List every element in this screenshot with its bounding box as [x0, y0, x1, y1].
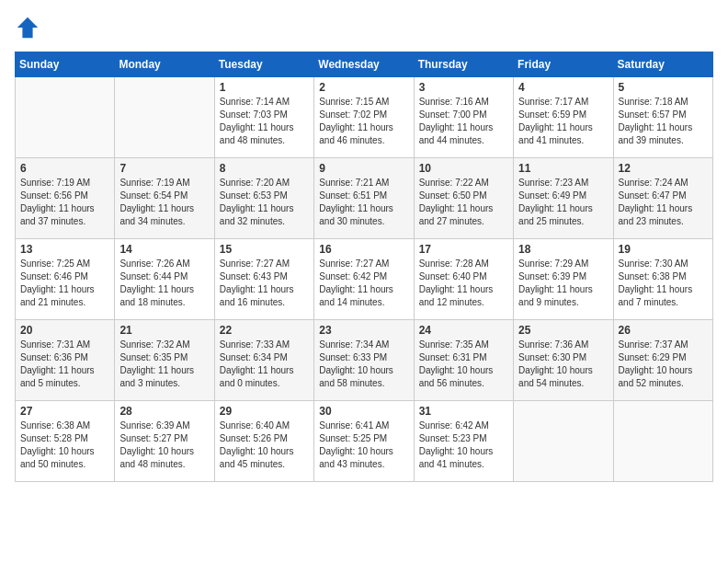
calendar-cell: 28Sunrise: 6:39 AM Sunset: 5:27 PM Dayli… — [115, 401, 214, 482]
day-info: Sunrise: 7:29 AM Sunset: 6:39 PM Dayligh… — [518, 258, 608, 309]
day-number: 30 — [319, 405, 408, 418]
day-number: 20 — [20, 324, 109, 337]
calendar-cell: 1Sunrise: 7:14 AM Sunset: 7:03 PM Daylig… — [214, 77, 313, 158]
week-row-2: 6Sunrise: 7:19 AM Sunset: 6:56 PM Daylig… — [16, 158, 713, 239]
calendar-cell: 22Sunrise: 7:33 AM Sunset: 6:34 PM Dayli… — [214, 320, 313, 401]
calendar-cell: 11Sunrise: 7:23 AM Sunset: 6:49 PM Dayli… — [514, 158, 613, 239]
calendar-cell: 7Sunrise: 7:19 AM Sunset: 6:54 PM Daylig… — [115, 158, 214, 239]
day-info: Sunrise: 7:36 AM Sunset: 6:30 PM Dayligh… — [518, 339, 608, 390]
calendar-cell: 8Sunrise: 7:20 AM Sunset: 6:53 PM Daylig… — [214, 158, 313, 239]
day-info: Sunrise: 7:17 AM Sunset: 6:59 PM Dayligh… — [518, 96, 608, 147]
calendar-cell: 12Sunrise: 7:24 AM Sunset: 6:47 PM Dayli… — [613, 158, 712, 239]
day-number: 31 — [419, 405, 508, 418]
day-number: 7 — [119, 162, 209, 175]
day-header-sunday: Sunday — [16, 52, 115, 77]
day-info: Sunrise: 7:20 AM Sunset: 6:53 PM Dayligh… — [220, 177, 309, 228]
calendar-header-row: SundayMondayTuesdayWednesdayThursdayFrid… — [16, 52, 713, 77]
day-number: 13 — [20, 243, 109, 256]
week-row-4: 20Sunrise: 7:31 AM Sunset: 6:36 PM Dayli… — [16, 320, 713, 401]
day-info: Sunrise: 7:37 AM Sunset: 6:29 PM Dayligh… — [619, 339, 708, 390]
calendar-cell: 18Sunrise: 7:29 AM Sunset: 6:39 PM Dayli… — [514, 239, 613, 320]
day-info: Sunrise: 6:38 AM Sunset: 5:28 PM Dayligh… — [20, 419, 109, 471]
logo — [15, 15, 44, 40]
calendar-cell: 3Sunrise: 7:16 AM Sunset: 7:00 PM Daylig… — [414, 77, 513, 158]
day-info: Sunrise: 6:40 AM Sunset: 5:26 PM Dayligh… — [220, 419, 309, 471]
calendar-cell: 13Sunrise: 7:25 AM Sunset: 6:46 PM Dayli… — [16, 239, 115, 320]
calendar-cell: 30Sunrise: 6:41 AM Sunset: 5:25 PM Dayli… — [314, 401, 414, 482]
day-info: Sunrise: 7:22 AM Sunset: 6:50 PM Dayligh… — [419, 177, 508, 228]
day-number: 28 — [119, 405, 209, 418]
day-info: Sunrise: 7:14 AM Sunset: 7:03 PM Dayligh… — [220, 96, 309, 147]
svg-marker-0 — [17, 17, 38, 38]
calendar-cell — [115, 77, 214, 158]
day-number: 24 — [419, 324, 508, 337]
day-number: 3 — [419, 81, 508, 94]
calendar-cell: 20Sunrise: 7:31 AM Sunset: 6:36 PM Dayli… — [16, 320, 115, 401]
calendar-cell: 23Sunrise: 7:34 AM Sunset: 6:33 PM Dayli… — [314, 320, 414, 401]
calendar-cell: 9Sunrise: 7:21 AM Sunset: 6:51 PM Daylig… — [314, 158, 414, 239]
day-number: 15 — [220, 243, 309, 256]
day-number: 1 — [220, 81, 309, 94]
calendar-cell: 24Sunrise: 7:35 AM Sunset: 6:31 PM Dayli… — [414, 320, 513, 401]
day-info: Sunrise: 7:25 AM Sunset: 6:46 PM Dayligh… — [20, 258, 109, 309]
calendar-cell: 19Sunrise: 7:30 AM Sunset: 6:38 PM Dayli… — [613, 239, 712, 320]
calendar-cell: 21Sunrise: 7:32 AM Sunset: 6:35 PM Dayli… — [115, 320, 214, 401]
day-number: 4 — [518, 81, 608, 94]
day-info: Sunrise: 7:18 AM Sunset: 6:57 PM Dayligh… — [619, 96, 708, 147]
day-number: 5 — [619, 81, 708, 94]
calendar-cell: 5Sunrise: 7:18 AM Sunset: 6:57 PM Daylig… — [613, 77, 712, 158]
day-info: Sunrise: 7:24 AM Sunset: 6:47 PM Dayligh… — [619, 177, 708, 228]
day-header-saturday: Saturday — [613, 52, 712, 77]
day-number: 19 — [619, 243, 708, 256]
calendar-cell: 15Sunrise: 7:27 AM Sunset: 6:43 PM Dayli… — [214, 239, 313, 320]
day-number: 22 — [220, 324, 309, 337]
day-info: Sunrise: 7:27 AM Sunset: 6:43 PM Dayligh… — [220, 258, 309, 309]
calendar-cell: 6Sunrise: 7:19 AM Sunset: 6:56 PM Daylig… — [16, 158, 115, 239]
day-info: Sunrise: 7:32 AM Sunset: 6:35 PM Dayligh… — [119, 339, 209, 390]
logo-icon — [15, 15, 40, 40]
day-number: 25 — [518, 324, 608, 337]
day-number: 6 — [20, 162, 109, 175]
calendar-cell — [613, 401, 712, 482]
day-info: Sunrise: 7:30 AM Sunset: 6:38 PM Dayligh… — [619, 258, 708, 309]
day-info: Sunrise: 7:28 AM Sunset: 6:40 PM Dayligh… — [419, 258, 508, 309]
day-number: 11 — [518, 162, 608, 175]
calendar-cell: 31Sunrise: 6:42 AM Sunset: 5:23 PM Dayli… — [414, 401, 513, 482]
calendar-cell: 4Sunrise: 7:17 AM Sunset: 6:59 PM Daylig… — [514, 77, 613, 158]
day-header-thursday: Thursday — [414, 52, 513, 77]
calendar-cell: 26Sunrise: 7:37 AM Sunset: 6:29 PM Dayli… — [613, 320, 712, 401]
day-number: 2 — [319, 81, 408, 94]
day-header-friday: Friday — [514, 52, 613, 77]
week-row-3: 13Sunrise: 7:25 AM Sunset: 6:46 PM Dayli… — [16, 239, 713, 320]
day-header-tuesday: Tuesday — [214, 52, 313, 77]
day-info: Sunrise: 6:41 AM Sunset: 5:25 PM Dayligh… — [319, 419, 408, 471]
day-number: 12 — [619, 162, 708, 175]
calendar-cell: 25Sunrise: 7:36 AM Sunset: 6:30 PM Dayli… — [514, 320, 613, 401]
day-number: 18 — [518, 243, 608, 256]
calendar-cell — [16, 77, 115, 158]
day-number: 10 — [419, 162, 508, 175]
day-header-wednesday: Wednesday — [314, 52, 414, 77]
calendar-cell: 17Sunrise: 7:28 AM Sunset: 6:40 PM Dayli… — [414, 239, 513, 320]
day-info: Sunrise: 7:19 AM Sunset: 6:56 PM Dayligh… — [20, 177, 109, 228]
day-number: 27 — [20, 405, 109, 418]
day-info: Sunrise: 7:26 AM Sunset: 6:44 PM Dayligh… — [119, 258, 209, 309]
day-info: Sunrise: 6:42 AM Sunset: 5:23 PM Dayligh… — [419, 419, 508, 471]
day-number: 23 — [319, 324, 408, 337]
day-info: Sunrise: 7:33 AM Sunset: 6:34 PM Dayligh… — [220, 339, 309, 390]
calendar-cell: 27Sunrise: 6:38 AM Sunset: 5:28 PM Dayli… — [16, 401, 115, 482]
day-info: Sunrise: 7:31 AM Sunset: 6:36 PM Dayligh… — [20, 339, 109, 390]
calendar-cell: 16Sunrise: 7:27 AM Sunset: 6:42 PM Dayli… — [314, 239, 414, 320]
day-number: 14 — [119, 243, 209, 256]
calendar-table: SundayMondayTuesdayWednesdayThursdayFrid… — [15, 52, 713, 482]
day-number: 9 — [319, 162, 408, 175]
calendar-cell: 2Sunrise: 7:15 AM Sunset: 7:02 PM Daylig… — [314, 77, 414, 158]
day-info: Sunrise: 7:27 AM Sunset: 6:42 PM Dayligh… — [319, 258, 408, 309]
day-number: 8 — [220, 162, 309, 175]
day-info: Sunrise: 7:35 AM Sunset: 6:31 PM Dayligh… — [419, 339, 508, 390]
day-info: Sunrise: 7:23 AM Sunset: 6:49 PM Dayligh… — [518, 177, 608, 228]
day-number: 29 — [220, 405, 309, 418]
day-info: Sunrise: 6:39 AM Sunset: 5:27 PM Dayligh… — [119, 419, 209, 471]
day-info: Sunrise: 7:15 AM Sunset: 7:02 PM Dayligh… — [319, 96, 408, 147]
calendar-cell: 14Sunrise: 7:26 AM Sunset: 6:44 PM Dayli… — [115, 239, 214, 320]
